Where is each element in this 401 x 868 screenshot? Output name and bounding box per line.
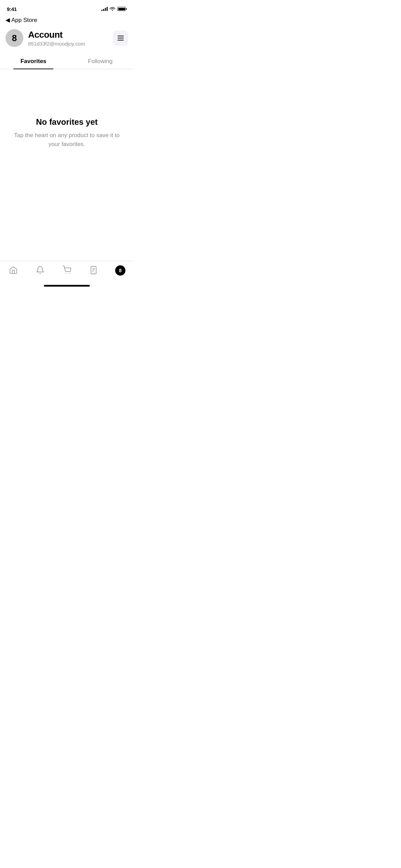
svg-point-0 <box>65 273 66 274</box>
empty-state-description: Tap the heart on any product to save it … <box>14 131 120 148</box>
back-button[interactable]: ◀ App Store <box>5 16 37 24</box>
orders-icon <box>89 265 98 275</box>
header-left: 8 Account 851d33f2@moodjoy.com <box>5 29 85 47</box>
back-chevron-icon: ◀ <box>5 16 10 24</box>
tab-item-account[interactable]: 8 <box>107 265 134 276</box>
nav-bar: ◀ App Store <box>0 15 134 26</box>
main-content: No favorites yet Tap the heart on any pr… <box>0 97 134 169</box>
wifi-icon <box>110 7 115 12</box>
tab-item-notifications[interactable] <box>27 265 53 275</box>
svg-point-1 <box>70 273 70 274</box>
signal-icon <box>101 7 108 11</box>
tabs: Favorites Following <box>0 54 134 69</box>
tab-item-home[interactable] <box>0 265 27 275</box>
status-bar: 9:41 <box>0 0 134 15</box>
avatar: 8 <box>5 29 23 47</box>
svg-rect-2 <box>91 266 96 274</box>
status-time: 9:41 <box>7 6 17 12</box>
empty-state-title: No favorites yet <box>36 117 98 127</box>
tab-following[interactable]: Following <box>67 54 134 69</box>
cart-icon <box>62 265 72 275</box>
menu-button[interactable] <box>113 31 128 46</box>
user-email: 851d33f2@moodjoy.com <box>28 41 85 47</box>
header-info: Account 851d33f2@moodjoy.com <box>28 29 85 47</box>
battery-icon <box>117 7 127 11</box>
bell-icon <box>35 265 45 275</box>
tab-item-cart[interactable] <box>53 265 80 275</box>
account-avatar: 8 <box>115 265 125 276</box>
back-label: App Store <box>11 17 37 24</box>
home-icon <box>9 265 18 275</box>
hamburger-icon <box>118 36 124 40</box>
home-indicator <box>44 285 90 287</box>
header: 8 Account 851d33f2@moodjoy.com <box>0 26 134 52</box>
tab-favorites[interactable]: Favorites <box>0 54 67 69</box>
status-icons <box>101 7 127 12</box>
tab-item-orders[interactable] <box>80 265 107 275</box>
page-title: Account <box>28 29 85 40</box>
